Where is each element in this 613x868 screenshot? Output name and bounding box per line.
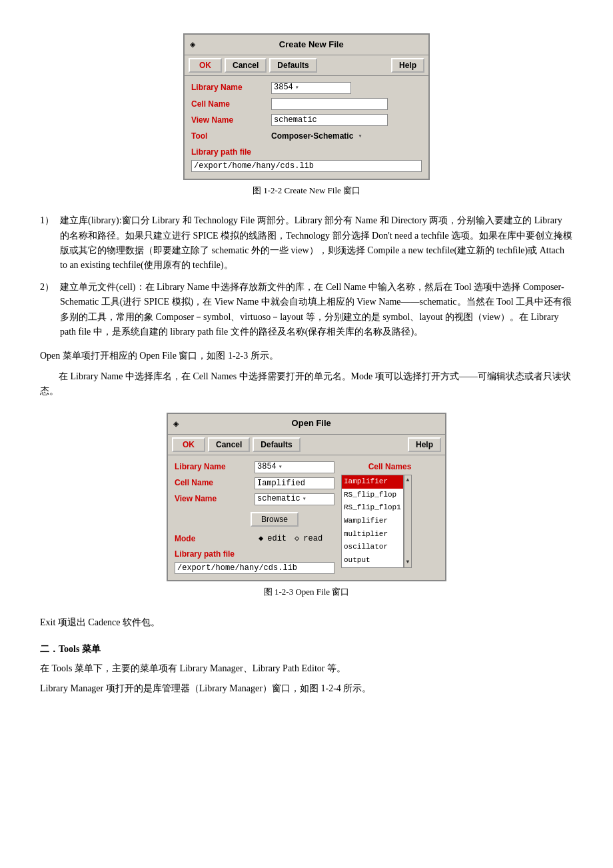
tool-arrow: ▾ [358,131,362,142]
open-library-name-label: Library Name [175,461,255,473]
library-name-para: 在 Library Name 中选择库名，在 Cell Names 中选择需要打… [40,369,573,399]
open-file-dialog: ◈ Open File OK Cancel Defaults Help Libr… [167,413,446,582]
open-cell-name-label: Cell Name [175,477,255,489]
open-view-name-dropdown[interactable]: schematic ▾ [255,493,334,505]
open-dialog-icon: ◈ [173,417,179,431]
open-cell-name-row: Cell Name [175,477,334,489]
dialog-icon: ◈ [190,37,195,52]
exit-text: Exit 项退出 Cadence 软件包。 [40,615,573,630]
open-mode-label: Mode [175,533,255,545]
cell-name-output[interactable]: output [342,554,403,567]
section2-para1: 在 Tools 菜单下，主要的菜单项有 Library Manager、Libr… [40,661,573,676]
fig1-caption: 图 1-2-2 Create New File 窗口 [253,184,360,198]
list-num-2: 2） [40,280,60,340]
read-label: read [303,533,322,545]
scroll-up-arrow[interactable]: ▲ [405,475,410,485]
library-name-label: Library Name [191,81,271,94]
open-view-name-value: schematic [257,493,301,505]
fig2-caption: 图 1-2-3 Open File 窗口 [264,585,350,599]
open-left-column: Library Name 3854 ▾ Cell Name View Name … [175,461,334,575]
open-mode-row: Mode ◆ edit ◇ read [175,533,334,545]
view-name-input[interactable] [271,114,388,126]
open-defaults-button[interactable]: Defaults [253,437,300,452]
cell-names-scrollbar[interactable]: ▲ ▼ [404,475,412,568]
dialog-title-bar: ◈ Create New File [185,35,428,55]
open-menu-para: Open 菜单项打开相应的 Open File 窗口，如图 1-2-3 所示。 [40,349,573,363]
open-dialog-toolbar: OK Cancel Defaults Help [168,435,445,455]
open-ok-button[interactable]: OK [172,437,205,452]
open-dialog-title: Open File [183,417,440,431]
view-name-label: View Name [191,114,271,127]
open-help-button[interactable]: Help [408,437,441,452]
cell-names-label: Cell Names [341,461,438,473]
numbered-list-section: 1） 建立库(library):窗口分 Library 和 Technology… [40,213,573,339]
defaults-button[interactable]: Defaults [269,58,316,73]
view-name-row: View Name [191,114,422,127]
open-library-name-arrow: ▾ [279,462,283,473]
open-view-name-row: View Name schematic ▾ [175,493,334,505]
cell-name-output1[interactable]: output1 [342,567,403,568]
ok-button[interactable]: OK [189,58,222,73]
open-library-path-section: Library path file [175,548,334,575]
list-item-2: 2） 建立单元文件(cell)：在 Library Name 中选择存放新文件的… [40,280,573,340]
open-library-name-value: 3854 [257,461,277,473]
open-library-path-label: Library path file [175,548,334,561]
section2-para2: Library Manager 项打开的是库管理器（Library Manage… [40,681,573,696]
open-library-name-dropdown[interactable]: 3854 ▾ [255,461,334,473]
tool-label: Tool [191,130,271,143]
library-name-row: Library Name 3854 ▾ [191,81,422,94]
open-library-path-input[interactable] [175,562,334,574]
library-path-section: Library path file [191,146,422,173]
cell-name-rs-flip-flop1[interactable]: RS_flip_flop1 [342,501,403,515]
create-new-file-dialog-wrapper: ◈ Create New File OK Cancel Defaults Hel… [40,33,573,208]
list-item-1: 1） 建立库(library):窗口分 Library 和 Technology… [40,213,573,273]
create-new-file-dialog: ◈ Create New File OK Cancel Defaults Hel… [183,33,430,180]
tool-row: Tool Composer-Schematic ▾ [191,130,422,143]
scroll-down-arrow[interactable]: ▼ [405,557,410,567]
library-name-value: 3854 [274,81,293,94]
cell-name-label: Cell Name [191,98,271,111]
edit-label: edit [267,533,287,545]
library-path-input[interactable] [191,160,422,172]
tool-value: Composer-Schematic [271,130,353,143]
help-button[interactable]: Help [391,58,424,73]
library-name-dropdown[interactable]: 3854 ▾ [271,82,351,94]
dialog-title: Create New File [199,38,423,52]
section2-heading: 二．Tools 菜单 [40,642,573,657]
browse-button[interactable]: Browse [251,512,299,527]
cell-name-multiplier[interactable]: multiplier [342,528,403,541]
open-view-name-arrow: ▾ [303,494,306,505]
cell-name-oscillator[interactable]: oscillator [342,541,403,554]
list-text-2: 建立单元文件(cell)：在 Library Name 中选择存放新文件的库，在… [60,280,573,340]
open-browse-row: Browse [215,509,334,529]
open-file-dialog-wrapper: ◈ Open File OK Cancel Defaults Help Libr… [40,413,573,610]
library-path-label: Library path file [191,146,422,159]
open-view-name-label: View Name [175,493,255,505]
open-right-column: Cell Names Iamplifier RS_flip_flop RS_fl… [341,461,438,575]
dialog-body: Library Name 3854 ▾ Cell Name View Name … [185,76,428,178]
cell-name-input[interactable] [271,98,388,110]
dialog-toolbar: OK Cancel Defaults Help [185,55,428,76]
open-dialog-title-bar: ◈ Open File [168,414,445,435]
cell-names-list[interactable]: Iamplifier RS_flip_flop RS_flip_flop1 Wa… [341,475,404,568]
edit-radio[interactable]: ◆ [259,533,263,545]
list-text-1: 建立库(library):窗口分 Library 和 Technology Fi… [60,213,573,273]
open-dialog-body: Library Name 3854 ▾ Cell Name View Name … [168,455,445,580]
list-num-1: 1） [40,213,60,273]
open-cancel-button[interactable]: Cancel [208,437,250,452]
cell-name-wamplifier[interactable]: Wamplifier [342,515,403,528]
cancel-button[interactable]: Cancel [225,58,267,73]
cell-name-rs-flip-flop[interactable]: RS_flip_flop [342,489,403,502]
cell-name-iamplifier[interactable]: Iamplifier [342,475,403,489]
open-library-name-row: Library Name 3854 ▾ [175,461,334,473]
cell-names-container: Iamplifier RS_flip_flop RS_flip_flop1 Wa… [341,475,438,568]
read-radio[interactable]: ◇ [295,533,299,545]
open-cell-name-input[interactable] [255,477,334,489]
library-name-arrow: ▾ [295,83,299,93]
cell-name-row: Cell Name [191,98,422,111]
